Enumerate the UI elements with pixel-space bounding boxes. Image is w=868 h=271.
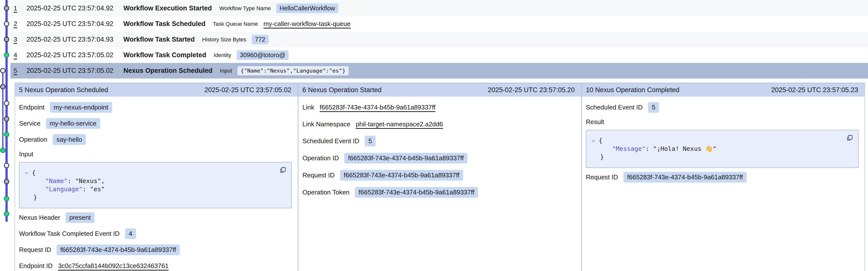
field-endpoint: Endpoint my-nexus-endpoint [19, 102, 292, 113]
field-link-namespace: Link Namespace phil-target-namespace2.a2… [303, 119, 575, 129]
timeline-node[interactable] [4, 101, 9, 106]
field-link: Link f665283f-743e-4374-b45b-9a61a89337f… [303, 102, 575, 112]
timeline-node[interactable] [4, 212, 9, 216]
json-close-brace: } [591, 153, 851, 161]
panel-timestamp: 2025-02-25 UTC 23:57:05.23 [771, 86, 858, 94]
field-request-id: Request ID f665283f-743e-4374-b45b-9a61a… [19, 244, 292, 255]
event-row-4[interactable]: 4 2025-02-25 UTC 23:57:05.02 Workflow Ta… [10, 47, 868, 63]
panel-header: 6 Nexus Operation Started 2025-02-25 UTC… [299, 83, 581, 97]
timeline-node[interactable] [4, 117, 9, 121]
field-nexus-header: Nexus Header present [19, 212, 292, 223]
event-attr-value-badge: 30960@totoro@ [237, 50, 288, 60]
field-label: Nexus Header [19, 214, 60, 221]
field-request-id: Request ID f665283f-743e-4374-b45b-9a61a… [586, 172, 859, 183]
copy-icon[interactable] [279, 166, 286, 174]
timeline-node[interactable] [4, 132, 9, 137]
field-operation-token: Operation Token f665283f-743e-4374-b45b-… [303, 187, 575, 198]
field-label: Operation ID [303, 154, 339, 162]
field-input-label: Input [19, 151, 292, 158]
event-row-1[interactable]: 1 2025-02-25 UTC 23:57:04.92 Workflow Ex… [10, 0, 868, 16]
field-label: Endpoint ID [19, 262, 53, 270]
event-list: 1 2025-02-25 UTC 23:57:04.92 Workflow Ex… [0, 0, 868, 79]
field-label: Link [303, 104, 314, 111]
field-wtce-id: Workflow Task Completed Event ID 4 [19, 228, 292, 239]
event-name: Nexus Operation Scheduled [123, 67, 212, 75]
field-label: Request ID [303, 171, 335, 179]
field-result-label: Result [586, 118, 859, 126]
json-open-brace: { [25, 168, 284, 177]
event-attr-label: Task Queue Name [213, 21, 258, 27]
event-row-3[interactable]: 3 2025-02-25 UTC 23:57:04.93 Workflow Ta… [10, 32, 868, 47]
timeline-node[interactable] [4, 163, 9, 168]
timeline-node[interactable] [0, 148, 5, 153]
event-time: 2025-02-25 UTC 23:57:04.92 [27, 20, 123, 28]
event-input-badge: {"Name":"Nexus","Language":"es"} [238, 66, 349, 75]
field-operation-id: Operation ID f665283f-743e-4374-b45b-9a6… [303, 153, 575, 163]
timeline-node[interactable] [0, 84, 5, 89]
event-id-link[interactable]: 1 [13, 4, 20, 12]
field-value-badge: present [65, 212, 94, 223]
panel-body: Link f665283f-743e-4374-b45b-9a61a89337f… [299, 97, 581, 198]
event-id-link[interactable]: 2 [13, 20, 20, 28]
json-entry: "Message": "¡Hola! Nexus 👋" [591, 145, 851, 153]
event-id-link[interactable]: 3 [13, 36, 20, 43]
panel-body: Scheduled Event ID 5 Result { "Message":… [582, 97, 865, 183]
json-entry: "Name": "Nexus", [25, 177, 284, 185]
event-attr-label: Identity [214, 52, 231, 58]
field-label: Operation Token [303, 189, 349, 196]
timeline-node[interactable] [4, 53, 9, 57]
panel-title: 10 Nexus Operation Completed [586, 86, 679, 94]
event-time: 2025-02-25 UTC 23:57:05.02 [27, 51, 123, 59]
link-namespace-value[interactable]: phil-target-namespace2.a2dd6 [356, 120, 443, 128]
panel-title: 6 Nexus Operation Started [303, 86, 381, 94]
panel-header: 5 Nexus Operation Scheduled 2025-02-25 U… [15, 83, 298, 97]
event-attr-value-badge: HelloCallerWorkflow [276, 3, 338, 13]
event-row-2[interactable]: 2 2025-02-25 UTC 23:57:04.92 Workflow Ta… [10, 16, 868, 32]
event-attr-value-badge: 772 [252, 35, 269, 44]
field-label: Operation [19, 136, 47, 143]
panel-timestamp: 2025-02-25 UTC 23:57:05.02 [205, 86, 291, 94]
endpoint-id-link[interactable]: 3c0c75ccfa8144b092c13ce632463761 [58, 262, 169, 270]
chevron-down-icon[interactable] [25, 168, 28, 177]
event-name: Workflow Task Completed [123, 51, 206, 59]
field-label: Scheduled Event ID [303, 137, 359, 145]
link-value[interactable]: f665283f-743e-4374-b45b-9a61a89337ff [320, 104, 435, 111]
copy-icon[interactable] [846, 134, 853, 141]
event-id-link[interactable]: 5 [13, 67, 20, 75]
panel-timestamp: 2025-02-25 UTC 23:57:05.20 [488, 86, 575, 94]
timeline-node[interactable] [0, 69, 5, 73]
event-attr-label: Workflow Type Name [219, 5, 271, 11]
field-value-badge: f665283f-743e-4374-b45b-9a61a89337ff [344, 153, 467, 163]
timeline-node[interactable] [4, 196, 9, 201]
field-request-id: Request ID f665283f-743e-4374-b45b-9a61a… [303, 170, 575, 181]
panel-header: 10 Nexus Operation Completed 2025-02-25 … [582, 83, 865, 97]
panel-title: 5 Nexus Operation Scheduled [19, 86, 108, 94]
field-label: Workflow Task Completed Event ID [19, 230, 120, 238]
json-close-brace: } [25, 193, 284, 201]
event-id-link[interactable]: 4 [13, 51, 20, 59]
field-operation: Operation say-hello [19, 134, 292, 145]
field-label: Request ID [19, 246, 51, 254]
timeline-node[interactable] [4, 6, 9, 11]
field-value-badge: 5 [648, 102, 659, 113]
event-row-5-selected[interactable]: 5 2025-02-25 UTC 23:57:05.02 Nexus Opera… [10, 63, 868, 79]
field-value-badge: say-hello [53, 134, 86, 145]
task-queue-link[interactable]: my-caller-workflow-task-queue [264, 20, 351, 28]
timeline-node[interactable] [4, 22, 9, 26]
field-service: Service my-hello-service [19, 118, 292, 129]
input-json-viewer: { "Name": "Nexus", "Language": "es" } [19, 162, 292, 208]
timeline-node[interactable] [4, 37, 9, 42]
event-name: Workflow Execution Started [123, 4, 212, 12]
panel-nexus-operation-completed: 10 Nexus Operation Completed 2025-02-25 … [581, 83, 865, 271]
timeline-node[interactable] [4, 179, 9, 184]
event-time: 2025-02-25 UTC 23:57:04.92 [27, 4, 123, 12]
json-open-brace: { [591, 136, 851, 145]
field-value-badge: my-hello-service [46, 118, 100, 129]
chevron-down-icon[interactable] [591, 136, 595, 144]
event-attr-label: Input [220, 67, 232, 74]
event-time: 2025-02-25 UTC 23:57:05.02 [27, 67, 123, 75]
field-label: Endpoint [19, 104, 44, 111]
event-attr-label: History Size Bytes [202, 36, 247, 43]
event-name: Workflow Task Scheduled [123, 20, 206, 28]
field-value-badge: f665283f-743e-4374-b45b-9a61a89337ff [340, 170, 463, 181]
